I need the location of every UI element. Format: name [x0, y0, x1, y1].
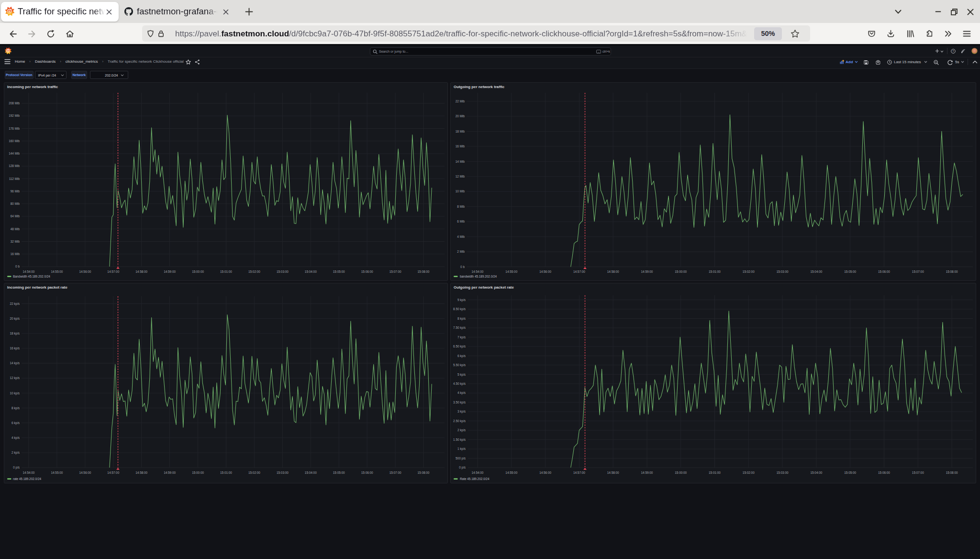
- svg-text:0 b: 0 b: [460, 265, 465, 268]
- svg-text:15:00:00: 15:00:00: [675, 471, 687, 474]
- svg-text:14:54:00: 14:54:00: [23, 270, 35, 273]
- svg-text:208 Mib: 208 Mib: [9, 101, 20, 105]
- svg-text:6.50 kp/s: 6.50 kp/s: [453, 345, 466, 348]
- svg-text:14:56:00: 14:56:00: [539, 270, 551, 273]
- svg-text:15:01:00: 15:01:00: [220, 270, 232, 273]
- svg-text:112 Mib: 112 Mib: [9, 177, 20, 180]
- svg-text:5 kp/s: 5 kp/s: [457, 373, 466, 377]
- svg-text:15:02:00: 15:02:00: [743, 471, 755, 474]
- svg-text:14:59:00: 14:59:00: [641, 471, 653, 474]
- svg-text:20 Mib: 20 Mib: [456, 114, 465, 118]
- svg-text:4 kp/s: 4 kp/s: [457, 391, 466, 395]
- svg-text:Rate 45.189.202.0/24: Rate 45.189.202.0/24: [460, 477, 490, 481]
- svg-text:15:06:00: 15:06:00: [878, 270, 890, 273]
- svg-text:15:08:00: 15:08:00: [418, 270, 430, 273]
- svg-text:15:07:00: 15:07:00: [912, 270, 924, 273]
- svg-text:14:58:00: 14:58:00: [607, 270, 619, 273]
- svg-text:80 Mib: 80 Mib: [11, 202, 20, 205]
- svg-text:14:58:00: 14:58:00: [135, 270, 147, 273]
- svg-text:14:58:00: 14:58:00: [607, 471, 619, 474]
- svg-text:2 Mib: 2 Mib: [457, 250, 465, 253]
- svg-text:16 kp/s: 16 kp/s: [10, 347, 20, 350]
- svg-text:14:54:00: 14:54:00: [472, 270, 484, 273]
- svg-text:1 kp/s: 1 kp/s: [457, 447, 466, 451]
- svg-text:12 kp/s: 12 kp/s: [10, 376, 20, 380]
- svg-text:14:57:00: 14:57:00: [107, 471, 119, 474]
- svg-text:15:02:00: 15:02:00: [248, 471, 260, 474]
- svg-text:192 Mib: 192 Mib: [9, 114, 20, 117]
- svg-text:14:56:00: 14:56:00: [79, 270, 91, 273]
- svg-text:14:59:00: 14:59:00: [641, 270, 653, 273]
- svg-text:15:00:00: 15:00:00: [675, 270, 687, 273]
- svg-text:20 kp/s: 20 kp/s: [10, 317, 20, 321]
- svg-text:14 kp/s: 14 kp/s: [10, 361, 20, 365]
- svg-text:15:06:00: 15:06:00: [878, 471, 890, 474]
- svg-text:15:00:00: 15:00:00: [192, 471, 204, 474]
- svg-text:14:55:00: 14:55:00: [505, 270, 517, 273]
- svg-text:96 Mib: 96 Mib: [11, 190, 20, 193]
- svg-text:18 kp/s: 18 kp/s: [10, 332, 20, 335]
- svg-text:15:04:00: 15:04:00: [810, 471, 822, 474]
- svg-text:8.50 kp/s: 8.50 kp/s: [453, 307, 466, 311]
- svg-text:?: ?: [952, 50, 954, 53]
- svg-text:15:05:00: 15:05:00: [844, 471, 856, 474]
- svg-text:15:08:00: 15:08:00: [946, 471, 958, 474]
- svg-text:2 kp/s: 2 kp/s: [11, 451, 20, 455]
- svg-text:10 kp/s: 10 kp/s: [10, 391, 20, 395]
- svg-text:14:55:00: 14:55:00: [51, 471, 63, 474]
- svg-text:Incoming per network traffic: Incoming per network traffic: [7, 85, 58, 89]
- svg-text:0 p/s: 0 p/s: [459, 466, 466, 470]
- svg-text:Outgoing per network packet ra: Outgoing per network packet rate: [454, 285, 514, 290]
- svg-text:3.50 kp/s: 3.50 kp/s: [453, 401, 466, 404]
- svg-text:6 kp/s: 6 kp/s: [457, 354, 466, 358]
- svg-text:18 Mib: 18 Mib: [456, 130, 465, 133]
- svg-text:14:59:00: 14:59:00: [164, 270, 176, 273]
- svg-text:15:05:00: 15:05:00: [844, 270, 856, 273]
- svg-text:2 kp/s: 2 kp/s: [457, 428, 466, 432]
- svg-text:15:04:00: 15:04:00: [305, 471, 317, 474]
- svg-text:Bandwidth 45.189.202.0/24: Bandwidth 45.189.202.0/24: [13, 275, 50, 278]
- svg-text:15:08:00: 15:08:00: [418, 471, 430, 474]
- svg-text:15:01:00: 15:01:00: [220, 471, 232, 474]
- svg-text:rate 45.189.202.0/24: rate 45.189.202.0/24: [13, 477, 41, 481]
- svg-text:14:57:00: 14:57:00: [573, 471, 585, 474]
- svg-text:48 Mib: 48 Mib: [11, 227, 20, 231]
- svg-text:14 Mib: 14 Mib: [456, 160, 465, 163]
- svg-text:6 Mib: 6 Mib: [457, 220, 465, 223]
- svg-text:160 Mib: 160 Mib: [9, 139, 20, 143]
- svg-text:15:03:00: 15:03:00: [777, 471, 789, 474]
- svg-text:8 kp/s: 8 kp/s: [11, 406, 20, 410]
- svg-text:6 kp/s: 6 kp/s: [11, 421, 20, 425]
- svg-text:7 kp/s: 7 kp/s: [457, 335, 466, 339]
- svg-text:0 p/s: 0 p/s: [13, 466, 20, 470]
- svg-text:14:54:00: 14:54:00: [472, 471, 484, 474]
- svg-text:15:07:00: 15:07:00: [912, 471, 924, 474]
- svg-text:32 Mib: 32 Mib: [11, 240, 20, 243]
- svg-text:15:02:00: 15:02:00: [248, 270, 260, 273]
- svg-text:14:59:00: 14:59:00: [164, 471, 176, 474]
- svg-text:14:55:00: 14:55:00: [505, 471, 517, 474]
- svg-text:16 Mib: 16 Mib: [11, 252, 20, 256]
- svg-text:15:06:00: 15:06:00: [361, 270, 373, 273]
- svg-text:176 Mib: 176 Mib: [9, 127, 20, 130]
- svg-text:4 kp/s: 4 kp/s: [11, 436, 20, 440]
- svg-text:7.50 kp/s: 7.50 kp/s: [453, 326, 466, 330]
- svg-text:15:04:00: 15:04:00: [305, 270, 317, 273]
- svg-text:15:00:00: 15:00:00: [192, 270, 204, 273]
- svg-text:14:57:00: 14:57:00: [573, 270, 585, 273]
- svg-text:15:07:00: 15:07:00: [390, 270, 401, 273]
- svg-text:0 b: 0 b: [15, 265, 20, 268]
- svg-text:15:07:00: 15:07:00: [390, 471, 401, 474]
- svg-text:64 Mib: 64 Mib: [11, 214, 20, 218]
- svg-text:15:05:00: 15:05:00: [333, 270, 345, 273]
- svg-text:15:03:00: 15:03:00: [277, 270, 289, 273]
- svg-text:4 Mib: 4 Mib: [457, 235, 465, 238]
- svg-text:bandwidth 45.189.202.0/24: bandwidth 45.189.202.0/24: [460, 275, 497, 278]
- svg-text:1.50 kp/s: 1.50 kp/s: [453, 438, 466, 442]
- svg-text:15:01:00: 15:01:00: [709, 471, 721, 474]
- svg-text:12 Mib: 12 Mib: [456, 175, 465, 178]
- svg-text:14:58:00: 14:58:00: [135, 471, 147, 474]
- svg-text:16 Mib: 16 Mib: [456, 145, 465, 148]
- svg-text:14:55:00: 14:55:00: [51, 270, 63, 273]
- svg-text:15:01:00: 15:01:00: [709, 270, 721, 273]
